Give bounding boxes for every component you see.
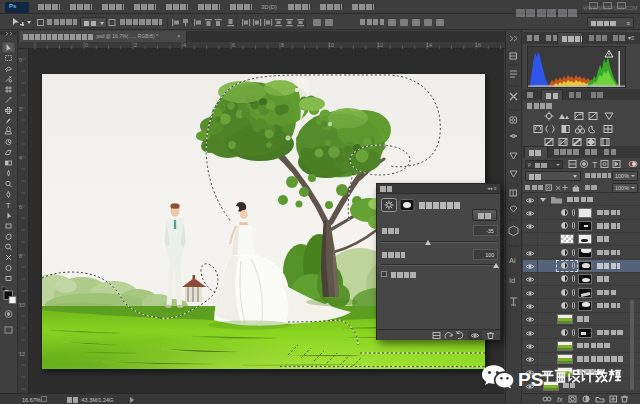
svg-text:4: 4	[19, 155, 22, 161]
svg-text:16: 16	[475, 42, 481, 48]
svg-text:2: 2	[134, 42, 137, 48]
svg-text:T: T	[6, 201, 11, 210]
svg-text:4: 4	[183, 42, 186, 48]
svg-text:Id: Id	[509, 276, 515, 285]
svg-text:fx: fx	[557, 395, 563, 403]
svg-text:6: 6	[19, 204, 22, 210]
svg-text:8: 8	[19, 253, 22, 259]
svg-text:0: 0	[85, 42, 88, 48]
svg-text:12: 12	[377, 42, 383, 48]
svg-text:10: 10	[328, 42, 334, 48]
svg-text:8: 8	[281, 42, 284, 48]
svg-text:2: 2	[19, 106, 22, 112]
svg-text:PS: PS	[518, 369, 543, 390]
svg-text:14: 14	[426, 42, 432, 48]
svg-text:T: T	[592, 160, 598, 170]
svg-text:12: 12	[19, 351, 25, 357]
svg-text:10: 10	[19, 302, 25, 308]
svg-text:6: 6	[232, 42, 235, 48]
svg-text:Ai: Ai	[509, 256, 516, 265]
svg-text:0: 0	[19, 57, 22, 63]
